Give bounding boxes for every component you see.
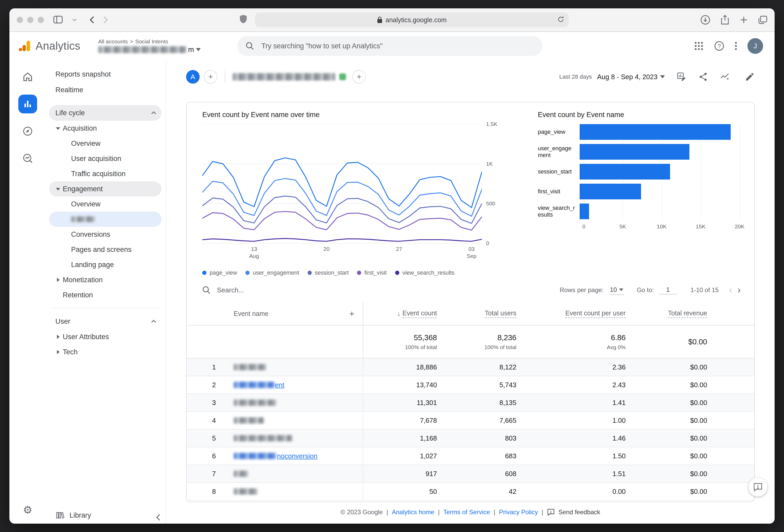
bar-chart-plot[interactable]: page_viewuser_engagementsession_startfir… (538, 124, 739, 219)
new-tab-icon[interactable] (739, 16, 748, 24)
account-switcher[interactable]: All accounts > Social Intents m (98, 38, 201, 54)
bar-category-label: view_search_results (538, 204, 580, 219)
x-tick-label: 27 (396, 245, 402, 252)
rows-per-page-select[interactable]: 10 (609, 285, 624, 295)
add-comparison-icon[interactable]: + (204, 70, 218, 84)
footer-link-privacy[interactable]: Privacy Policy (499, 508, 538, 516)
sidebar-item-traffic-acquisition[interactable]: Traffic acquisition (49, 166, 162, 181)
sidebar-item-tech[interactable]: Tech (49, 344, 162, 360)
sidebar-item-acquisition[interactable]: Acquisition (49, 121, 162, 136)
collapse-sidebar-icon[interactable] (156, 514, 161, 521)
more-options-icon[interactable] (735, 42, 737, 50)
send-feedback-label[interactable]: Send feedback (558, 508, 600, 516)
avatar[interactable]: J (748, 38, 763, 54)
share-report-icon[interactable] (698, 72, 708, 82)
line-chart-svg (202, 124, 482, 243)
reports-nav-icon[interactable] (18, 94, 37, 113)
feedback-float-button[interactable] (749, 478, 767, 497)
table-search-input[interactable] (216, 286, 343, 295)
next-page-icon[interactable]: › (737, 284, 740, 296)
analytics-logo[interactable]: Analytics (18, 39, 81, 53)
event-name-link[interactable]: ent (275, 381, 284, 389)
close-window-icon[interactable] (17, 17, 23, 23)
goto-page-input[interactable] (659, 286, 677, 295)
sidebar-item-conversions[interactable]: Conversions (49, 227, 162, 242)
footer-link-terms[interactable]: Terms of Service (443, 508, 490, 516)
apps-grid-icon[interactable] (694, 41, 703, 51)
sidebar-item-acquisition-overview[interactable]: Overview (49, 136, 162, 151)
bar-row: view_search_results (538, 203, 739, 219)
explore-nav-icon[interactable] (18, 122, 37, 141)
breadcrumb-current[interactable]: Social Intents (135, 38, 168, 45)
sidebar-item-user-attributes[interactable]: User Attributes (49, 329, 162, 344)
sidebar-item-reports-snapshot[interactable]: Reports snapshot (49, 66, 162, 82)
sidebar-item-retention[interactable]: Retention (49, 287, 162, 303)
sidebar-item-pages-and-screens[interactable]: Pages and screens (49, 242, 162, 257)
column-total-users[interactable]: Total users (437, 302, 516, 325)
sidebar-item-library[interactable]: Library (49, 506, 162, 524)
ga-search-input[interactable] (260, 41, 534, 51)
sidebar-item-monetization[interactable]: Monetization (49, 272, 162, 287)
column-event-count-per-user[interactable]: Event count per user (516, 302, 626, 325)
date-range-picker[interactable]: Aug 8 - Sep 4, 2023 (597, 73, 665, 81)
ga-search-bar[interactable] (237, 36, 542, 56)
sidebar-label: Pages and screens (71, 246, 132, 254)
sidebar-item-engagement-overview[interactable]: Overview (49, 196, 162, 212)
sidebar-section-life-cycle[interactable]: Life cycle (49, 105, 162, 121)
forward-icon[interactable] (103, 16, 108, 24)
sidebar-label: Traffic acquisition (71, 170, 126, 178)
bar[interactable] (580, 144, 690, 160)
admin-gear-icon[interactable]: ⚙ (23, 504, 32, 516)
bar-category-label: first_visit (538, 188, 580, 195)
column-event-name[interactable]: Event name + (229, 302, 363, 325)
previous-page-icon[interactable]: ‹ (729, 284, 732, 296)
address-bar[interactable]: analytics.google.com (255, 12, 569, 27)
bar[interactable] (580, 203, 589, 219)
event-name-cell (229, 412, 363, 429)
sidebar-label: Retention (63, 291, 93, 299)
sidebar-item-engagement[interactable]: Engagement (49, 181, 162, 196)
line-chart-plot[interactable]: 05001K1.5K (202, 124, 482, 243)
y-tick-label: 0 (486, 240, 489, 246)
add-dimension-icon[interactable]: + (349, 309, 354, 319)
home-nav-icon[interactable] (18, 67, 37, 86)
sidebar-item-events-selected[interactable] (49, 212, 162, 227)
insights-icon[interactable] (720, 72, 730, 82)
tab-overview-icon[interactable] (758, 16, 767, 24)
sidebar-section-user[interactable]: User (49, 313, 162, 329)
chevron-down-icon[interactable] (72, 18, 77, 22)
line-chart-panel: Event count by Event name over time 0500… (202, 111, 516, 275)
privacy-shield-icon[interactable] (240, 15, 247, 24)
sidebar-toggle-icon[interactable] (53, 16, 64, 24)
bar[interactable] (580, 164, 670, 179)
advertising-nav-icon[interactable] (18, 149, 37, 168)
footer-link-analytics-home[interactable]: Analytics home (392, 508, 434, 516)
table-search[interactable] (202, 286, 560, 295)
help-icon[interactable]: ? (714, 41, 724, 51)
downloads-icon[interactable] (700, 15, 710, 25)
back-icon[interactable] (89, 16, 94, 24)
window-controls[interactable] (17, 17, 44, 23)
row-rank: 6 (187, 447, 229, 465)
column-total-revenue[interactable]: Total revenue (626, 302, 707, 325)
zoom-window-icon[interactable] (38, 17, 44, 23)
bar[interactable] (580, 124, 731, 140)
add-chip-icon[interactable]: + (352, 70, 366, 84)
sidebar-item-user-acquisition[interactable]: User acquisition (49, 151, 162, 166)
column-event-count[interactable]: ↓Event count (363, 302, 437, 325)
bar[interactable] (580, 184, 641, 199)
minimize-window-icon[interactable] (27, 17, 33, 23)
bar-track (580, 164, 739, 179)
sidebar-divider (51, 308, 160, 308)
comparison-chip[interactable]: A (186, 70, 200, 84)
share-icon[interactable] (721, 15, 729, 25)
refresh-icon[interactable] (557, 15, 564, 24)
edit-icon[interactable] (745, 72, 755, 82)
sidebar-label: User acquisition (71, 155, 121, 163)
redacted-event-name (234, 399, 277, 406)
sidebar-item-landing-page[interactable]: Landing page (49, 257, 162, 272)
customize-report-icon[interactable] (676, 72, 687, 82)
breadcrumb-root[interactable]: All accounts (98, 38, 128, 45)
sidebar-item-realtime[interactable]: Realtime (49, 82, 162, 98)
event-name-link[interactable]: noconversion (277, 452, 317, 460)
